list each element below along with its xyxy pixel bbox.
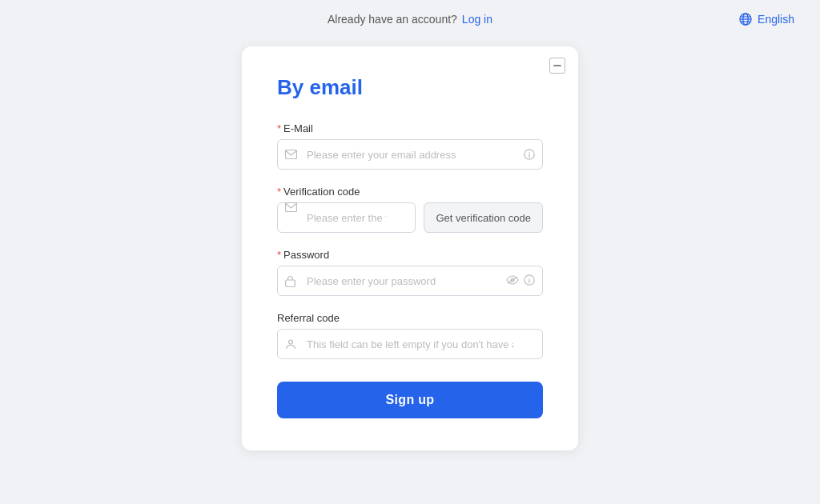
email-label: * E-Mail — [277, 122, 543, 134]
referral-label: Referral code — [277, 312, 543, 324]
password-input[interactable] — [277, 266, 543, 296]
email-icon — [285, 150, 297, 159]
password-label: * Password — [277, 249, 543, 261]
password-lock-icon — [285, 275, 295, 287]
email-info-icon: i — [524, 149, 535, 160]
verification-email-icon — [285, 202, 297, 212]
login-link[interactable]: Log in — [462, 13, 492, 26]
password-required-star: * — [277, 249, 281, 261]
password-group: * Password — [277, 249, 543, 296]
card-title: By email — [277, 75, 543, 100]
svg-text:i: i — [529, 151, 531, 159]
verification-group: * Verification code Get verification cod… — [277, 186, 543, 233]
email-group: * E-Mail i — [277, 122, 543, 170]
referral-group: Referral code — [277, 312, 543, 359]
signup-card: By email * E-Mail i — [242, 46, 578, 450]
password-icons: i — [506, 274, 535, 288]
main-content: By email * E-Mail i — [0, 38, 820, 504]
email-input-wrapper: i — [277, 139, 543, 170]
email-input[interactable] — [277, 139, 543, 170]
password-info-icon: i — [524, 274, 535, 288]
signup-button[interactable]: Sign up — [277, 382, 543, 418]
minimize-icon[interactable] — [549, 58, 565, 74]
referral-input[interactable] — [277, 329, 543, 359]
language-label: English — [758, 13, 794, 26]
top-bar: Already have an account? Log in English — [0, 0, 820, 38]
login-prompt: Already have an account? Log in — [328, 13, 492, 26]
eye-icon[interactable] — [506, 274, 519, 287]
referral-input-wrapper — [277, 329, 543, 359]
verification-input-wrapper — [277, 202, 416, 233]
svg-line-12 — [508, 277, 517, 283]
svg-rect-10 — [286, 280, 295, 287]
language-selector[interactable]: English — [738, 12, 794, 26]
globe-icon — [738, 12, 753, 26]
svg-point-15 — [289, 340, 293, 344]
email-required-star: * — [277, 122, 281, 134]
verification-input[interactable] — [277, 202, 416, 233]
password-input-wrapper: i — [277, 266, 543, 296]
svg-text:i: i — [529, 277, 531, 285]
get-verification-code-button[interactable]: Get verification code — [424, 202, 543, 233]
already-have-account-text: Already have an account? — [328, 13, 457, 26]
referral-person-icon — [285, 338, 296, 350]
verification-row: Get verification code — [277, 202, 543, 233]
svg-rect-5 — [553, 65, 561, 66]
verification-label: * Verification code — [277, 186, 543, 198]
verification-required-star: * — [277, 186, 281, 198]
